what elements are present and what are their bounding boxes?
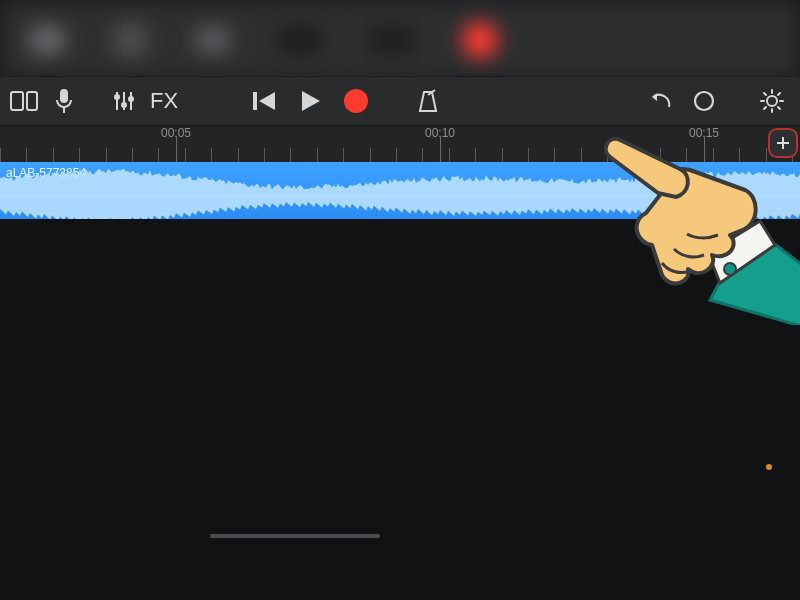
svg-rect-1 xyxy=(27,92,37,110)
indicator-dot xyxy=(766,464,772,470)
svg-marker-11 xyxy=(259,92,275,110)
microphone-icon[interactable] xyxy=(44,76,84,126)
svg-rect-10 xyxy=(253,92,257,110)
svg-line-24 xyxy=(778,93,780,95)
mixer-sliders-icon[interactable] xyxy=(104,76,144,126)
settings-gear-icon[interactable] xyxy=(752,76,792,126)
fx-button[interactable]: FX xyxy=(144,76,184,126)
horizontal-scrollbar[interactable] xyxy=(210,534,380,538)
rewind-button[interactable] xyxy=(244,76,284,126)
svg-line-22 xyxy=(778,107,780,109)
svg-point-8 xyxy=(122,103,126,107)
background-blur-header xyxy=(0,0,800,80)
record-button[interactable] xyxy=(336,76,376,126)
svg-point-9 xyxy=(129,97,133,101)
loop-button[interactable] xyxy=(684,76,724,126)
svg-point-16 xyxy=(767,96,777,106)
undo-button[interactable] xyxy=(640,76,680,126)
transport-toolbar: FX xyxy=(0,76,800,126)
svg-line-23 xyxy=(764,107,766,109)
multitrack-view-button[interactable] xyxy=(4,76,44,126)
pointing-hand-illustration xyxy=(600,135,800,325)
svg-rect-2 xyxy=(60,89,68,103)
ruler-time-label: 00:05 xyxy=(161,126,191,140)
play-button[interactable] xyxy=(290,76,330,126)
metronome-icon[interactable] xyxy=(408,76,448,126)
svg-line-21 xyxy=(764,93,766,95)
svg-point-7 xyxy=(115,95,119,99)
svg-point-15 xyxy=(695,92,713,110)
ruler-time-label: 00:10 xyxy=(425,126,455,140)
svg-point-13 xyxy=(344,89,368,113)
svg-marker-12 xyxy=(302,91,320,111)
svg-point-28 xyxy=(724,263,736,275)
svg-rect-0 xyxy=(11,92,23,110)
